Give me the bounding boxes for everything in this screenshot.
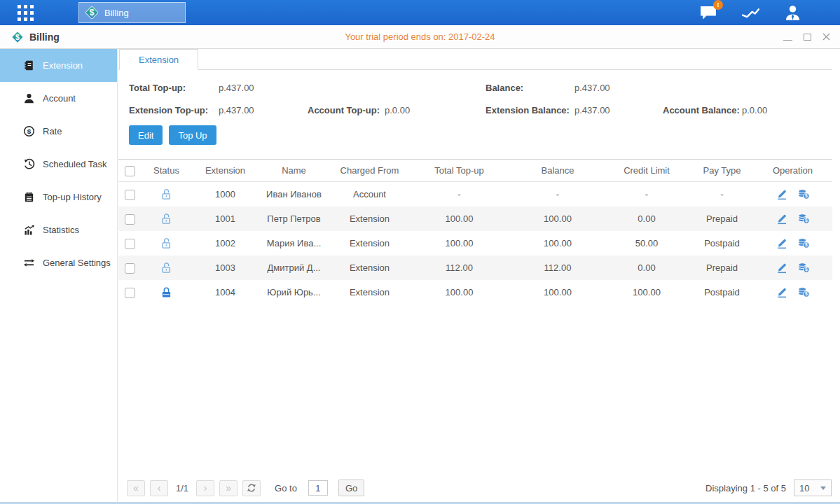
cell-balance: 112.00 <box>509 262 607 273</box>
billing-app-icon: $ <box>84 5 99 20</box>
app-launcher-button[interactable] <box>0 5 50 21</box>
content: Extension Total Top-up: p.437.00 Balance… <box>118 49 840 502</box>
cell-name: Петр Петров <box>259 214 329 224</box>
last-page-button[interactable]: » <box>219 480 237 496</box>
page-size-select[interactable]: 10 <box>794 479 832 496</box>
person-icon <box>783 4 802 22</box>
header-balance: Balance <box>509 165 607 176</box>
lock-closed-icon[interactable] <box>160 286 172 298</box>
table-row[interactable]: 1000 Иван Иванов Account - - - - <box>118 182 832 206</box>
goto-label: Go to <box>275 483 297 493</box>
user-button[interactable] <box>783 4 802 22</box>
messages-button[interactable]: ! <box>699 4 718 22</box>
first-page-button[interactable]: « <box>127 480 145 496</box>
displaying-text: Displaying 1 - 5 of 5 <box>705 483 786 493</box>
window-controls <box>783 32 830 42</box>
close-button[interactable] <box>822 32 830 42</box>
cell-balance: - <box>509 189 607 200</box>
total-topup-value: p.437.00 <box>219 83 308 93</box>
screen: $ Billing ! <box>0 0 840 504</box>
svg-text:$: $ <box>805 267 808 272</box>
topup-button[interactable]: Top Up <box>169 125 216 145</box>
select-all-checkbox[interactable] <box>125 166 135 176</box>
row-checkbox[interactable] <box>125 214 135 225</box>
prev-page-button[interactable]: ‹ <box>150 480 168 496</box>
lock-open-icon[interactable] <box>160 262 172 274</box>
refresh-button[interactable] <box>242 480 261 496</box>
sidebar-item-scheduled-task[interactable]: Scheduled Task <box>0 148 117 181</box>
row-checkbox[interactable] <box>125 263 135 274</box>
cell-total-topup: 100.00 <box>410 214 509 224</box>
sidebar-item-account[interactable]: Account <box>0 82 117 115</box>
cell-extension: 1001 <box>192 214 259 224</box>
refresh-icon <box>247 483 256 493</box>
edit-row-icon[interactable] <box>776 286 788 298</box>
cell-extension: 1003 <box>192 262 259 273</box>
row-checkbox[interactable] <box>125 288 135 298</box>
topup-row-icon[interactable]: $ <box>797 237 810 249</box>
row-checkbox[interactable] <box>125 190 135 200</box>
cell-charged-from: Extension <box>329 287 410 298</box>
table-row[interactable]: 1003 Дмитрий Д... Extension 112.00 112.0… <box>118 255 832 280</box>
row-checkbox[interactable] <box>125 239 135 249</box>
topup-row-icon[interactable]: $ <box>797 262 810 274</box>
cell-name: Дмитрий Д... <box>259 262 329 273</box>
sidebar-item-label: Account <box>43 93 76 104</box>
line-chart-icon <box>741 5 760 21</box>
minimize-button[interactable] <box>783 32 792 42</box>
goto-page-input[interactable] <box>308 480 328 496</box>
cell-balance: 100.00 <box>509 214 607 224</box>
table-row[interactable]: 1004 Юрий Юрь... Extension 100.00 100.00… <box>118 280 832 304</box>
summary-panel: Total Top-up: p.437.00 Balance: p.437.00… <box>129 83 832 115</box>
table-row[interactable]: 1002 Мария Ива... Extension 100.00 100.0… <box>118 231 832 255</box>
cell-credit-limit: 100.00 <box>607 287 687 298</box>
cell-pay-type: Prepaid <box>687 214 757 224</box>
display-info: Displaying 1 - 5 of 5 10 <box>705 479 832 496</box>
account-topup-label: Account Top-up: <box>308 105 385 115</box>
edit-row-icon[interactable] <box>776 262 788 274</box>
tab-extension[interactable]: Extension <box>119 49 198 70</box>
sidebar-item-label: Extension <box>43 60 83 71</box>
edit-row-icon[interactable] <box>776 188 788 200</box>
cell-name: Иван Иванов <box>259 189 329 200</box>
sidebar-item-label: Scheduled Task <box>43 159 107 169</box>
next-page-button[interactable]: › <box>196 480 214 496</box>
account-balance-value: p.0.00 <box>742 105 832 115</box>
monitor-button[interactable] <box>741 4 760 22</box>
table-header: Status Extension Name Charged From Total… <box>118 159 832 182</box>
cell-balance: 100.00 <box>509 238 607 248</box>
app-grid-icon <box>18 5 34 21</box>
lock-open-icon[interactable] <box>160 237 172 249</box>
topup-row-icon[interactable]: $ <box>797 188 810 200</box>
sidebar-item-label: Statistics <box>43 225 79 235</box>
sidebar-item-extension[interactable]: Extension <box>0 49 117 82</box>
sidebar-item-statistics[interactable]: Statistics <box>0 214 117 246</box>
topup-row-icon[interactable]: $ <box>797 286 810 298</box>
extension-icon <box>23 59 35 71</box>
cell-name: Юрий Юрь... <box>259 287 329 298</box>
cell-charged-from: Extension <box>329 214 410 224</box>
topup-row-icon[interactable]: $ <box>797 213 810 225</box>
footer: « ‹ 1/1 › » Go to Go <box>118 479 832 502</box>
svg-text:$: $ <box>27 127 32 135</box>
sidebar-item-general-settings[interactable]: General Settings <box>0 246 117 279</box>
tabstrip: Extension <box>118 49 832 70</box>
lock-open-icon[interactable] <box>160 188 172 200</box>
lock-open-icon[interactable] <box>160 213 172 225</box>
page-indicator: 1/1 <box>176 483 188 493</box>
cell-extension: 1000 <box>192 189 259 200</box>
edit-row-icon[interactable] <box>776 237 788 249</box>
header-total-topup: Total Top-up <box>410 165 509 176</box>
go-button[interactable]: Go <box>338 479 364 496</box>
taskbar-billing-app[interactable]: $ Billing <box>78 2 186 23</box>
chevron-down-icon <box>820 486 826 490</box>
sidebar-item-rate[interactable]: $ Rate <box>0 115 117 148</box>
header-credit-limit: Credit Limit <box>607 165 687 176</box>
taskbar-app-label: Billing <box>104 8 129 18</box>
table-row[interactable]: 1001 Петр Петров Extension 100.00 100.00… <box>118 206 832 231</box>
sidebar-item-topup-history[interactable]: Top-up History <box>0 181 117 214</box>
edit-row-icon[interactable] <box>776 213 788 225</box>
edit-button[interactable]: Edit <box>129 125 163 145</box>
trial-notice: Your trial period ends on: 2017-02-24 <box>0 31 840 42</box>
maximize-button[interactable] <box>804 32 811 42</box>
